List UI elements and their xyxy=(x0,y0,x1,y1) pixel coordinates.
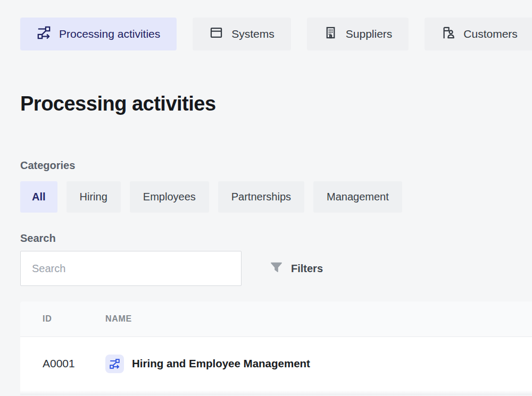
customer-flag-icon xyxy=(441,26,455,43)
funnel-icon xyxy=(269,260,284,277)
categories-label: Categories xyxy=(20,159,75,172)
row-name-text: Hiring and Employee Management xyxy=(132,357,310,370)
category-chip-management[interactable]: Management xyxy=(313,181,402,213)
tab-label: Customers xyxy=(463,28,518,40)
tab-processing-activities[interactable]: Processing activities xyxy=(20,18,177,50)
workflow-icon xyxy=(37,26,51,43)
table-bottom-fade xyxy=(20,390,532,395)
row-id-cell: A0001 xyxy=(20,357,105,370)
tab-systems[interactable]: Systems xyxy=(193,18,291,50)
tab-suppliers[interactable]: Suppliers xyxy=(307,18,409,50)
filters-button[interactable]: Filters xyxy=(269,259,323,277)
building-icon xyxy=(323,26,338,43)
search-label: Search xyxy=(20,232,56,245)
tab-label: Suppliers xyxy=(346,28,393,40)
processing-activities-table: ID NAME A0001 Hiring and Employee Manage… xyxy=(20,301,532,396)
category-chip-partnerships[interactable]: Partnerships xyxy=(218,181,304,213)
table-row[interactable]: A0001 Hiring and Employee Management xyxy=(20,337,532,390)
category-chip-employees[interactable]: Employees xyxy=(130,181,209,213)
table-header-row: ID NAME xyxy=(20,301,532,337)
top-nav-tabbar: Processing activities Systems xyxy=(20,18,532,50)
column-header-id: ID xyxy=(20,314,105,324)
window-icon xyxy=(209,26,223,43)
category-chip-hiring[interactable]: Hiring xyxy=(66,181,121,213)
category-chips: All Hiring Employees Partnerships Manage… xyxy=(20,181,402,213)
tab-label: Processing activities xyxy=(59,28,160,40)
processing-activities-page: Processing activities Systems xyxy=(0,0,532,396)
tab-customers[interactable]: Customers xyxy=(425,18,532,50)
search-input[interactable] xyxy=(20,251,242,286)
workflow-icon xyxy=(105,355,124,373)
page-title: Processing activities xyxy=(20,92,216,115)
category-chip-all[interactable]: All xyxy=(20,181,57,213)
filters-label: Filters xyxy=(291,263,323,275)
column-header-name: NAME xyxy=(105,314,532,324)
row-name-cell: Hiring and Employee Management xyxy=(105,355,532,373)
tab-label: Systems xyxy=(231,28,275,40)
